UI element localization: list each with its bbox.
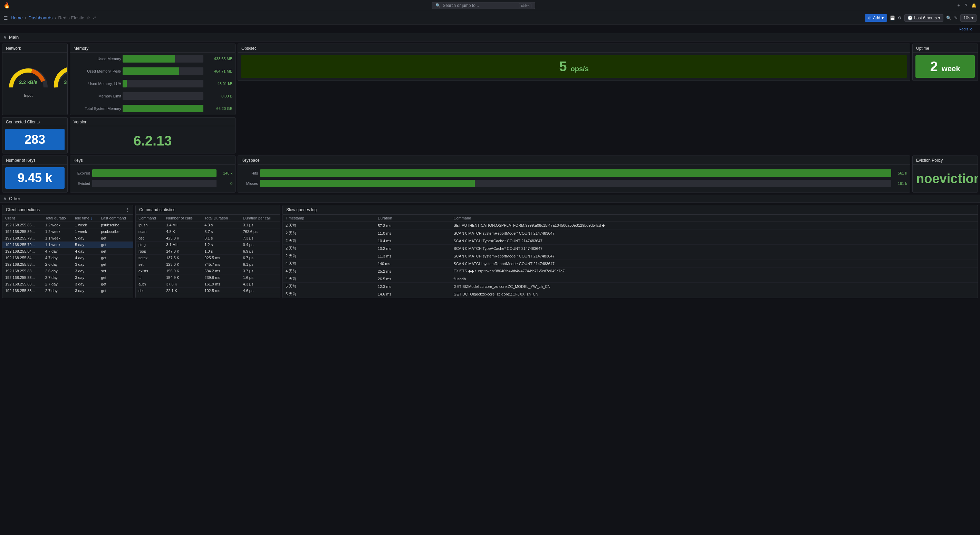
- client-connections-title: Client connections: [6, 208, 40, 212]
- table-row: 192.168.255.83...2.6 day3 dayget: [2, 261, 133, 268]
- table-row: 4 天前26.5 msflushdb: [283, 275, 978, 283]
- redis-io-link[interactable]: Redis.io: [3, 26, 977, 32]
- col-total-duration: Total Duration ↓: [202, 215, 240, 222]
- table-row: get425.0 K3.1 s7.3 μs: [136, 235, 280, 241]
- output-gauge: 3.3 kB/s Output: [51, 63, 68, 97]
- num-keys-title: Number of Keys: [2, 156, 67, 164]
- memory-bar-4: [123, 105, 204, 112]
- ops-sec-panel: Ops/sec 5 ops/s: [237, 43, 910, 81]
- keyspace-misses-bar: [260, 180, 475, 187]
- uptime-body: 2 week: [913, 53, 978, 80]
- clients-panel: Connected Clients 283: [2, 117, 68, 153]
- dashboards-link[interactable]: Dashboards: [28, 15, 52, 21]
- table-row: auth37.8 K161.9 ms4.3 μs: [136, 281, 280, 287]
- col-client: Client: [2, 215, 43, 222]
- num-keys-panel: Number of Keys 9.45 k: [2, 155, 68, 193]
- uptime-panel: Uptime 2 week: [912, 43, 978, 81]
- refresh-chevron-icon: ▾: [971, 16, 974, 21]
- table-row: exists156.9 K584.2 ms3.7 μs: [136, 268, 280, 275]
- menu-icon[interactable]: ☰: [3, 15, 8, 21]
- keys-rows: Expired 146 k Evicted 0: [70, 164, 235, 192]
- add-icon: ⊕: [868, 16, 872, 21]
- input-gauge: 2.2 kB/s Input: [6, 63, 51, 97]
- refresh-interval[interactable]: 10s ▾: [960, 14, 977, 22]
- eviction-title: Eviction Policy: [913, 156, 978, 164]
- save-icon[interactable]: 💾: [890, 16, 895, 21]
- keys-chart-title: Keys: [70, 156, 235, 164]
- keyspace-hits-bar: [260, 169, 891, 177]
- home-link[interactable]: Home: [11, 15, 23, 21]
- bell-icon[interactable]: 🔔: [971, 3, 977, 8]
- star-icon[interactable]: ☆: [86, 15, 91, 21]
- memory-panel: Memory Used Memory 433.65 MB Used Memory…: [70, 43, 235, 115]
- settings-icon[interactable]: ⚙: [898, 16, 902, 21]
- memory-bar-0: [123, 55, 175, 62]
- ops-sec-title: Ops/sec: [238, 44, 910, 53]
- memory-title: Memory: [70, 44, 235, 53]
- plus-icon[interactable]: ＋: [956, 2, 961, 8]
- clients-value: 283: [5, 129, 65, 150]
- keyspace-title: Keyspace: [238, 156, 910, 164]
- breadcrumb-sep1: ›: [25, 15, 26, 21]
- network-panel: Network 2.2 kB/s Input: [2, 43, 68, 115]
- command-stats-panel: Command statistics Command Number of cal…: [135, 205, 280, 298]
- table-row: 4 天前140 msSCAN 0 MATCH systemReportModel…: [283, 260, 978, 267]
- output-gauge-svg: 3.3 kB/s: [51, 63, 68, 91]
- time-chevron-icon: ▾: [938, 16, 940, 21]
- time-range-picker[interactable]: 🕐 Last 6 hours ▾: [904, 14, 943, 22]
- refresh-icon[interactable]: ↻: [954, 16, 958, 21]
- keyspace-panel: Keyspace Hits 561 k Misses 191 k: [237, 155, 910, 193]
- table-row: 4 天前25.2 msEXISTS ◆◆ t .erp:token:38646f…: [283, 267, 978, 275]
- search-bar[interactable]: 🔍 Search or jump to... ctrl+k: [432, 2, 535, 9]
- table-row: 192.168.255.86...1.2 week1 weekpsubscrib…: [2, 222, 133, 228]
- table-row: lpush1.4 Mil4.3 s3.1 μs: [136, 222, 280, 228]
- memory-rows: Used Memory 433.65 MB Used Memory, Peak …: [70, 53, 235, 115]
- eviction-panel: Eviction Policy noeviction: [912, 155, 978, 193]
- col-ts: Timestamp: [283, 215, 375, 222]
- output-label: Output: [51, 93, 68, 97]
- share-icon[interactable]: ⤢: [92, 15, 96, 21]
- table-row: ttl154.9 K239.8 ms1.6 μs: [136, 275, 280, 281]
- col-dur-per-call: Duration per call: [240, 215, 280, 222]
- network-gauges: 2.2 kB/s Input 3.3 kB/s Output: [2, 53, 67, 108]
- current-page: Redis Elastic: [58, 15, 84, 21]
- navbar-right: ⊕ Add ▾ 💾 ⚙ 🕐 Last 6 hours ▾ 🔍 ↻ 10s ▾: [865, 14, 977, 22]
- table-row: ping3.1 Mil1.2 s0.4 μs: [136, 241, 280, 248]
- input-label: Input: [6, 93, 51, 97]
- table-row: 192.168.255.84...4.7 day4 dayget: [2, 248, 133, 255]
- col-command: Command: [451, 215, 978, 222]
- other-chevron-icon: ∨: [3, 196, 7, 201]
- clients-title: Connected Clients: [2, 118, 67, 126]
- network-title: Network: [2, 44, 67, 53]
- client-connections-menu-icon[interactable]: ⋮: [125, 208, 129, 212]
- other-dashboard: Client connections ⋮ Client Total durati…: [0, 203, 980, 300]
- keyspace-hits-row: Hits 561 k: [238, 168, 910, 178]
- zoom-out-icon[interactable]: 🔍: [946, 16, 951, 21]
- client-connections-table: Client Total duratio Idle time ↓ Last co…: [2, 215, 133, 294]
- table-row: 192.168.255.83...2.7 day3 dayget: [2, 287, 133, 294]
- help-icon[interactable]: ?: [965, 3, 967, 8]
- slow-query-header-row: Timestamp Duration Command: [283, 215, 978, 222]
- uptime-value: 2 week: [915, 55, 975, 78]
- slow-queries-header: Slow queries log: [283, 205, 978, 215]
- ops-sec-body: 5 ops/s: [238, 53, 910, 80]
- breadcrumb-sep2: ›: [54, 15, 56, 21]
- other-section-header[interactable]: ∨ Other: [0, 195, 980, 203]
- main-section-header[interactable]: ∨ Main: [0, 33, 980, 42]
- keys-expired-row: Expired 146 k: [70, 168, 235, 178]
- clients-body: 283: [2, 126, 67, 153]
- slow-queries-title: Slow queries log: [286, 208, 317, 212]
- shortcut-badge: ctrl+k: [519, 3, 531, 8]
- table-row: 192.168.255.89...1.2 week1 weekpsubscrib…: [2, 228, 133, 235]
- cmd-header-row: Command Number of calls Total Duration ↓…: [136, 215, 280, 222]
- version-panel: Version 6.2.13: [70, 117, 235, 153]
- add-button[interactable]: ⊕ Add ▾: [865, 14, 887, 22]
- col-idle: Idle time ↓: [72, 215, 98, 222]
- main-section-label: Main: [9, 35, 19, 40]
- eviction-value: noeviction: [913, 164, 978, 190]
- table-row: 192.168.255.83...2.7 day3 dayget: [2, 275, 133, 281]
- command-stats-table: Command Number of calls Total Duration ↓…: [136, 215, 280, 294]
- breadcrumb: Home › Dashboards › Redis Elastic ☆ ⤢: [11, 15, 96, 21]
- keys-panel: Keys Expired 146 k Evicted 0: [70, 155, 235, 193]
- svg-text:2.2 kB/s: 2.2 kB/s: [19, 80, 38, 85]
